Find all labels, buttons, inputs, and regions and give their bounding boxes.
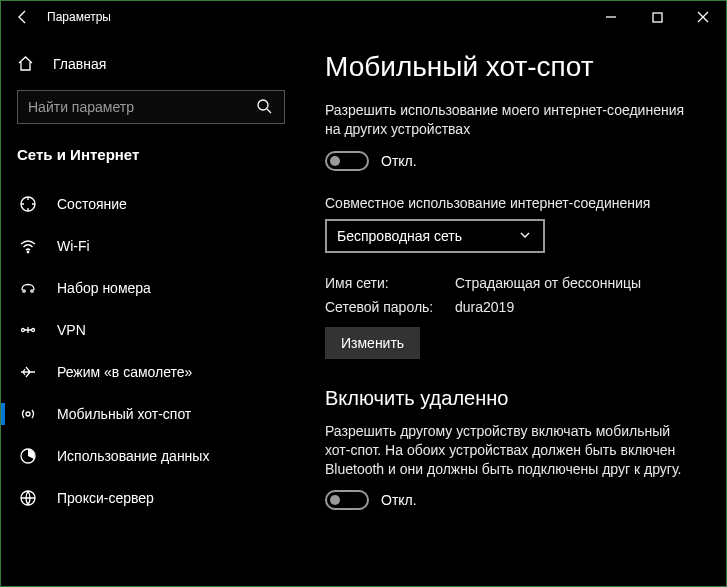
share-description: Разрешить использование моего интернет-с… (325, 101, 685, 139)
chevron-down-icon (519, 228, 533, 244)
search-icon (256, 98, 274, 117)
sidebar-item-label: Мобильный хот-спот (57, 406, 191, 422)
home-label: Главная (53, 56, 106, 72)
remote-toggle-state: Откл. (381, 492, 417, 508)
titlebar: Параметры (1, 1, 726, 33)
sidebar: Главная Сеть и Интернет Состояние (1, 33, 301, 586)
svg-point-1 (258, 100, 268, 110)
airplane-icon (17, 363, 39, 381)
sidebar-item-wifi[interactable]: Wi-Fi (1, 225, 301, 267)
content-pane: Мобильный хот-спот Разрешить использован… (301, 33, 726, 586)
nav-list: Состояние Wi-Fi Набор номера (1, 183, 301, 519)
share-from-select[interactable]: Беспроводная сеть (325, 219, 545, 253)
sidebar-item-dialup[interactable]: Набор номера (1, 267, 301, 309)
remote-toggle[interactable] (325, 490, 369, 510)
svg-point-3 (27, 251, 29, 253)
sidebar-item-label: Wi-Fi (57, 238, 90, 254)
remote-description: Разрешить другому устройству включать мо… (325, 422, 685, 479)
hotspot-icon (17, 405, 39, 423)
svg-point-6 (22, 329, 25, 332)
dialup-icon (17, 279, 39, 297)
page-title: Мобильный хот-спот (325, 51, 702, 83)
svg-rect-0 (653, 13, 662, 22)
sidebar-item-label: Состояние (57, 196, 127, 212)
window-title: Параметры (47, 10, 111, 24)
category-label: Сеть и Интернет (1, 142, 301, 177)
search-box[interactable] (17, 90, 285, 124)
edit-button[interactable]: Изменить (325, 327, 420, 359)
datausage-icon (17, 447, 39, 465)
wifi-icon (17, 237, 39, 255)
home-icon (17, 55, 39, 72)
close-button[interactable] (680, 1, 726, 33)
sidebar-item-label: Набор номера (57, 280, 151, 296)
proxy-icon (17, 489, 39, 507)
network-info: Имя сети: Страдающая от бессонницы Сетев… (325, 275, 702, 315)
net-pass-label: Сетевой пароль: (325, 299, 455, 315)
sidebar-item-label: Использование данных (57, 448, 209, 464)
sidebar-item-label: VPN (57, 322, 86, 338)
sidebar-item-airplane[interactable]: Режим «в самолете» (1, 351, 301, 393)
maximize-button[interactable] (634, 1, 680, 33)
share-toggle-state: Откл. (381, 153, 417, 169)
net-pass-value: dura2019 (455, 299, 702, 315)
svg-point-7 (32, 329, 35, 332)
back-button[interactable] (9, 9, 37, 25)
sidebar-item-label: Режим «в самолете» (57, 364, 192, 380)
vpn-icon (17, 321, 39, 339)
home-link[interactable]: Главная (1, 47, 301, 86)
sidebar-item-proxy[interactable]: Прокси-сервер (1, 477, 301, 519)
status-icon (17, 195, 39, 213)
share-from-value: Беспроводная сеть (337, 228, 519, 244)
net-name-label: Имя сети: (325, 275, 455, 291)
sidebar-item-status[interactable]: Состояние (1, 183, 301, 225)
svg-point-4 (23, 290, 25, 292)
remote-heading: Включить удаленно (325, 387, 702, 410)
svg-point-5 (31, 290, 33, 292)
sidebar-item-datausage[interactable]: Использование данных (1, 435, 301, 477)
sidebar-item-vpn[interactable]: VPN (1, 309, 301, 351)
share-toggle[interactable] (325, 151, 369, 171)
sidebar-item-hotspot[interactable]: Мобильный хот-спот (1, 393, 301, 435)
net-name-value: Страдающая от бессонницы (455, 275, 702, 291)
search-input[interactable] (28, 99, 256, 115)
sidebar-item-label: Прокси-сервер (57, 490, 154, 506)
minimize-button[interactable] (588, 1, 634, 33)
svg-point-8 (26, 412, 30, 416)
share-from-label: Совместное использование интернет-соедин… (325, 195, 702, 211)
